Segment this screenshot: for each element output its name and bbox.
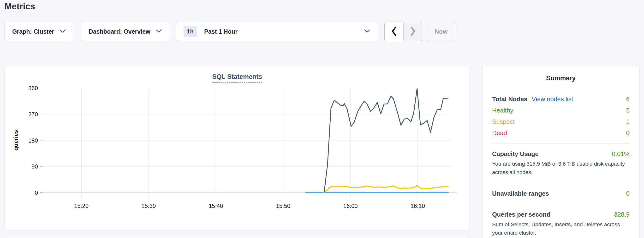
chart-series — [306, 88, 448, 193]
charts-column: SQL Statements 09018027036015:2015:3015:… — [4, 66, 470, 238]
capacity-usage-value: 0.01% — [612, 150, 630, 158]
x-axis-tick-label: 16:10 — [410, 203, 425, 209]
time-range-label: Past 1 Hour — [204, 28, 238, 35]
total-nodes-label: Total Nodes — [492, 95, 528, 103]
x-axis-tick-label: 16:00 — [343, 203, 358, 209]
dashboard-dropdown-label: Dashboard: Overview — [88, 28, 150, 35]
graph-dropdown-label: Graph: Cluster — [12, 28, 54, 35]
time-range-selector[interactable]: 1h Past 1 Hour — [176, 22, 378, 41]
chevron-down-icon — [60, 29, 66, 34]
time-step-button-group — [384, 22, 422, 41]
controls-bar: Graph: Cluster Dashboard: Overview 1h Pa… — [4, 22, 640, 41]
chevron-down-icon — [364, 29, 370, 34]
unavailable-ranges-label: Unavailable ranges — [492, 189, 549, 198]
capacity-usage-caption: You are using 315.9 MiB of 3.6 TiB usabl… — [492, 160, 630, 177]
prev-time-button[interactable] — [384, 22, 403, 41]
total-nodes-row: Total Nodes View nodes list 6 — [492, 95, 630, 103]
queries-per-second-label: Queries per second — [492, 210, 550, 218]
chevron-left-icon — [391, 26, 397, 37]
main-content: SQL Statements 09018027036015:2015:3015:… — [4, 66, 640, 238]
sql-statements-chart-card: SQL Statements 09018027036015:2015:3015:… — [4, 66, 470, 230]
suspect-label: Suspect — [492, 117, 515, 126]
x-axis-tick-label: 15:40 — [209, 203, 223, 209]
suspect-value: 1 — [626, 117, 630, 126]
chart-gridlines — [40, 88, 457, 199]
graph-dropdown[interactable]: Graph: Cluster — [4, 22, 74, 41]
summary-title: Summary — [492, 74, 630, 82]
view-nodes-list-link[interactable]: View nodes list — [532, 95, 573, 103]
dashboard-dropdown[interactable]: Dashboard: Overview — [81, 22, 170, 41]
dead-value: 0 — [626, 129, 630, 137]
y-axis-tick-label: 0 — [35, 189, 38, 196]
x-axis-tick-label: 15:30 — [141, 203, 156, 209]
dead-label: Dead — [492, 129, 507, 137]
chart-title[interactable]: SQL Statements — [212, 73, 262, 83]
y-axis-tick-label: 360 — [28, 85, 38, 91]
unavailable-ranges-section: Unavailable ranges 0 — [492, 189, 630, 198]
suspect-nodes-row: Suspect 1 — [492, 117, 630, 126]
queries-per-second-caption: Sum of Selects, Updates, Inserts, and De… — [492, 220, 630, 237]
y-axis-title: queries — [12, 130, 19, 151]
x-axis-tick-label: 15:20 — [74, 203, 88, 209]
unavailable-ranges-value: 0 — [626, 189, 630, 198]
series-yellow-line — [324, 186, 448, 192]
total-nodes-value: 6 — [626, 95, 630, 103]
now-button[interactable]: Now — [427, 22, 455, 41]
next-time-button[interactable] — [403, 22, 422, 41]
y-axis-tick-label: 90 — [32, 163, 38, 170]
healthy-value: 5 — [626, 106, 630, 114]
healthy-nodes-row: Healthy 5 — [492, 106, 630, 114]
y-axis-tick-label: 270 — [28, 111, 38, 117]
divider — [492, 143, 630, 144]
chart-title-row: SQL Statements — [5, 73, 470, 83]
y-axis-tick-label: 180 — [28, 137, 38, 144]
chevron-down-icon — [156, 29, 162, 34]
healthy-label: Healthy — [492, 106, 513, 114]
dead-nodes-row: Dead 0 — [492, 129, 630, 137]
queries-per-second-value: 328.9 — [614, 210, 630, 218]
sql-statements-chart[interactable]: 09018027036015:2015:3015:4015:5016:0016:… — [5, 85, 470, 219]
page-title: Metrics — [4, 2, 640, 12]
capacity-usage-label: Capacity Usage — [492, 150, 539, 158]
time-range-badge: 1h — [184, 26, 197, 37]
divider — [492, 204, 630, 204]
capacity-usage-section: Capacity Usage 0.01% You are using 315.9… — [492, 150, 630, 177]
x-axis-tick-label: 15:50 — [276, 203, 290, 209]
metrics-page: Metrics Graph: Cluster Dashboard: Overvi… — [0, 0, 644, 238]
summary-panel: Summary Total Nodes View nodes list 6 He… — [482, 66, 640, 238]
next-chart-card-partial — [4, 237, 470, 238]
divider — [492, 183, 630, 183]
chevron-right-icon — [410, 26, 416, 37]
queries-per-second-section: Queries per second 328.9 Sum of Selects,… — [492, 210, 630, 237]
